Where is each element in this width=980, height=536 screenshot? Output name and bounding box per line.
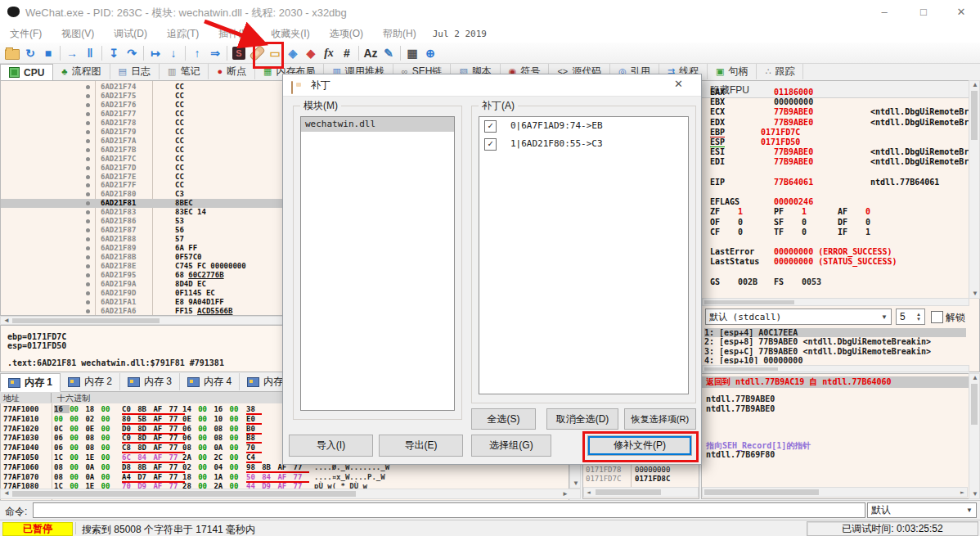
memory-byte-group[interactable]: B8: [246, 434, 262, 444]
register-row[interactable]: ZF1PF1AF0: [710, 207, 901, 216]
register-row[interactable]: EFLAGS00000246: [710, 197, 870, 206]
breakpoint-dot[interactable]: [86, 175, 90, 179]
memory-byte-group[interactable]: 14001600: [182, 405, 245, 413]
register-row[interactable]: OF0SF0DF0: [710, 218, 901, 227]
register-row[interactable]: EBP0171FD7C: [710, 128, 857, 137]
breakpoint-dot[interactable]: [86, 121, 90, 125]
memory-byte-group[interactable]: E0: [246, 415, 262, 425]
argument-row[interactable]: 3: [esp+C] 77B9ABE0 <ntdll.DbgUiRemoteBr…: [704, 347, 966, 356]
register-row[interactable]: EAX01186000: [710, 88, 870, 97]
register-row[interactable]: EDI77B9ABE0<ntdll.DbgUiRemoteBreakin>: [710, 157, 980, 166]
memory-byte-group[interactable]: 16001800: [54, 405, 117, 413]
argument-row[interactable]: 2: [esp+8] 77B9ABE0 <ntdll.DbgUiRemoteBr…: [704, 337, 966, 346]
hash-icon[interactable]: #: [338, 44, 356, 62]
register-row[interactable]: EIP77B64061ntdll.77B64061: [710, 178, 939, 187]
tab-句柄[interactable]: ▣句柄: [708, 64, 757, 79]
breakpoint-dot[interactable]: [86, 201, 90, 205]
register-row[interactable]: LastError00000000 (ERROR_SUCCESS): [710, 247, 892, 256]
command-mode-select[interactable]: 默认▼: [867, 502, 977, 518]
close-button[interactable]: ✕: [949, 4, 973, 20]
register-row[interactable]: CF0TF0IF1: [710, 227, 901, 236]
run-to-user-icon[interactable]: ↦: [146, 44, 164, 62]
breakpoint-dot[interactable]: [86, 237, 90, 241]
export-button[interactable]: 导出(E): [379, 435, 463, 457]
tab-日志[interactable]: ▤日志: [110, 64, 160, 79]
menu-item-2[interactable]: 调试(D): [104, 25, 157, 43]
memory-byte-group[interactable]: 1C001E00: [54, 453, 117, 462]
memory-hscrollbar[interactable]: ◄►: [0, 489, 581, 499]
breakpoint-dot[interactable]: [86, 273, 90, 277]
memory-byte-group[interactable]: 5084AF77: [246, 473, 309, 483]
tab-CPU[interactable]: CPU: [0, 64, 53, 81]
patch-list-item[interactable]: ✓0|6A7F1AD9:74->EB: [479, 117, 688, 135]
info-vscrollbar[interactable]: ▲▼: [969, 373, 980, 499]
breakpoint-dot[interactable]: [86, 300, 90, 304]
patch-list-item[interactable]: ✓1|6AD21F80:55->C3: [479, 135, 688, 153]
step-into-icon[interactable]: ↧: [105, 44, 123, 62]
calling-convention-select[interactable]: 默认 (stdcall)▼: [705, 309, 892, 325]
breakpoint-dot[interactable]: [86, 94, 90, 98]
minimize-button[interactable]: –: [872, 4, 897, 20]
menu-item-6[interactable]: 选项(O): [320, 25, 373, 43]
brief-icon[interactable]: ✎: [380, 44, 398, 62]
patch-checkbox[interactable]: ✓: [484, 138, 497, 151]
menu-item-1[interactable]: 视图(V): [52, 25, 104, 43]
scylla-icon[interactable]: S: [230, 44, 248, 62]
memory-byte-group[interactable]: 00000200: [54, 415, 117, 423]
memory-byte-group[interactable]: 02000400: [182, 463, 245, 471]
menu-item-4[interactable]: 插件(P): [209, 25, 261, 43]
memory-byte-group[interactable]: 18001A00: [182, 473, 245, 481]
register-row[interactable]: EDX77B9ABE0<ntdll.DbgUiRemoteBreakin>: [710, 118, 980, 127]
breakpoint-dot[interactable]: [86, 157, 90, 161]
memory-byte-group[interactable]: 06000800: [182, 434, 245, 442]
label-icon[interactable]: ◈: [284, 44, 302, 62]
run-icon[interactable]: →: [63, 44, 81, 62]
memory-byte-group[interactable]: C88DAF77: [122, 444, 185, 453]
unlock-checkbox[interactable]: [931, 311, 943, 323]
module-list-item[interactable]: wechatwin.dll: [301, 117, 454, 132]
patch-list[interactable]: ✓0|6A7F1AD9:74->EB✓1|6AD21F80:55->C3: [479, 116, 689, 394]
arg-count-stepper[interactable]: 5▲▼: [896, 309, 925, 325]
memory-byte-group[interactable]: 805BAF77: [122, 415, 185, 425]
breakpoint-dot[interactable]: [86, 264, 90, 268]
breakpoint-dot[interactable]: [86, 103, 90, 107]
memory-byte-group[interactable]: 08000A00: [182, 444, 245, 452]
breakpoint-dot[interactable]: [86, 166, 90, 170]
breakpoint-dot[interactable]: [86, 291, 90, 295]
breakpoint-dot[interactable]: [86, 148, 90, 152]
tab-笔记[interactable]: ▥笔记: [160, 64, 209, 79]
open-file-icon[interactable]: [3, 44, 21, 62]
pause-icon[interactable]: ‖: [81, 44, 99, 62]
memory-byte-group[interactable]: C4: [246, 453, 262, 463]
memory-byte-group[interactable]: D08DAF77: [122, 425, 185, 435]
stack-info-pane[interactable]: 返回到 ntdll.77B9AC19 自 ntdll.77B64060ntdll…: [701, 373, 980, 499]
import-button[interactable]: 导入(I): [289, 435, 373, 457]
breakpoint-dot[interactable]: [86, 85, 90, 89]
bookmark-icon[interactable]: ◆: [302, 44, 320, 62]
breakpoint-dot[interactable]: [86, 219, 90, 223]
breakpoint-dot[interactable]: [86, 282, 90, 286]
step-over-icon[interactable]: ↷: [123, 44, 141, 62]
stop-icon[interactable]: ■: [39, 44, 57, 62]
breakpoint-dot[interactable]: [86, 246, 90, 250]
calculator-icon[interactable]: ▦: [403, 44, 421, 62]
registers-hscrollbar[interactable]: [702, 298, 969, 306]
select-all-button[interactable]: 全选(S): [471, 408, 536, 430]
tab-断点[interactable]: ●断点: [209, 64, 255, 79]
breakpoint-dot[interactable]: [86, 130, 90, 134]
memory-tab-4[interactable]: 内存 4: [180, 373, 240, 390]
tab-跟踪[interactable]: ∴跟踪: [757, 64, 803, 79]
memory-byte-group[interactable]: D88BAF77: [122, 463, 185, 473]
memory-byte-group[interactable]: 06000800: [54, 434, 117, 442]
memory-byte-group[interactable]: 6C84AF77: [122, 453, 185, 463]
patch-dialog-titlebar[interactable]: 补丁 ✕: [283, 74, 701, 97]
patch-checkbox[interactable]: ✓: [484, 120, 497, 133]
argument-row[interactable]: 4: [esp+10] 00000000: [704, 356, 966, 364]
memory-tab-3[interactable]: 内存 3: [120, 373, 180, 390]
breakpoint-dot[interactable]: [86, 210, 90, 214]
step-down-icon[interactable]: ↓: [164, 44, 182, 62]
deselect-all-button[interactable]: 取消全选(D): [546, 408, 618, 430]
memory-byte-group[interactable]: C08BAF77: [122, 405, 185, 415]
function-icon[interactable]: fx: [320, 44, 338, 62]
breakpoint-dot[interactable]: [86, 139, 90, 143]
